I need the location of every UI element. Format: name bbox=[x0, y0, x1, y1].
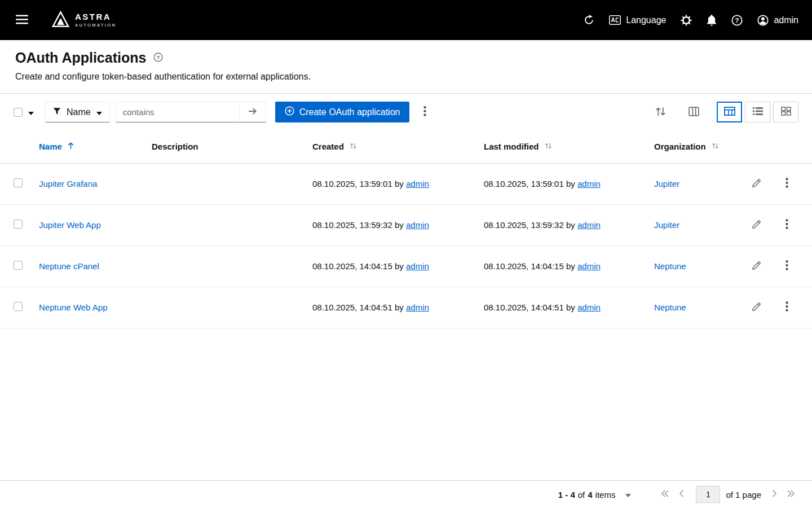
nav-menu-toggle-button[interactable] bbox=[14, 11, 30, 29]
row-checkbox[interactable] bbox=[14, 302, 23, 311]
modified-by-link[interactable]: admin bbox=[577, 261, 601, 271]
table-row: Neptune Web App 08.10.2025, 14:04:51 by … bbox=[0, 287, 812, 328]
toolbar-kebab-button[interactable] bbox=[418, 102, 431, 122]
logo-mark-icon bbox=[52, 11, 69, 29]
create-button-label: Create OAuth application bbox=[299, 107, 400, 117]
settings-button[interactable] bbox=[681, 12, 692, 28]
refresh-button[interactable] bbox=[584, 12, 594, 28]
edit-application-button[interactable] bbox=[747, 174, 766, 194]
description-cell bbox=[138, 246, 299, 287]
page-subtitle: Create and configure token-based authent… bbox=[15, 72, 798, 82]
description-cell bbox=[138, 287, 299, 328]
user-menu-button[interactable]: admin bbox=[757, 12, 798, 28]
modified-by-link[interactable]: admin bbox=[577, 179, 601, 189]
modified-by-link[interactable]: admin bbox=[577, 303, 601, 312]
organization-link[interactable]: Neptune bbox=[654, 303, 686, 312]
table-row: Jupiter Grafana 08.10.2025, 13:59:01 by … bbox=[0, 163, 812, 204]
oauth-applications-table: Name Description Created Last modified bbox=[0, 130, 812, 329]
pencil-icon bbox=[752, 261, 761, 272]
row-kebab-button[interactable] bbox=[780, 215, 793, 235]
pencil-icon bbox=[752, 220, 761, 231]
next-page-button[interactable] bbox=[767, 487, 782, 502]
create-oauth-application-button[interactable]: Create OAuth application bbox=[275, 102, 410, 122]
sortable-icon bbox=[712, 142, 719, 151]
current-page-input[interactable] bbox=[696, 486, 720, 503]
header-checkbox-cell bbox=[0, 130, 25, 163]
previous-page-button[interactable] bbox=[674, 487, 689, 502]
created-by-link[interactable]: admin bbox=[406, 261, 429, 271]
list-view-icon bbox=[753, 107, 763, 117]
sort-by-organization-header[interactable]: Organization bbox=[654, 142, 719, 151]
modified-by-link[interactable]: admin bbox=[577, 220, 601, 230]
bulk-select-toggle[interactable] bbox=[14, 104, 36, 120]
svg-text:?: ? bbox=[735, 17, 739, 24]
edit-application-button[interactable] bbox=[747, 216, 766, 235]
manage-columns-button[interactable] bbox=[683, 103, 704, 122]
astra-automation-logo[interactable]: ASTRA AUTOMATION bbox=[52, 11, 116, 29]
application-name-link[interactable]: Jupiter Web App bbox=[39, 220, 101, 230]
search-submit-button[interactable] bbox=[240, 102, 266, 122]
bulk-select-checkbox[interactable] bbox=[14, 108, 23, 117]
table-view-toggle[interactable] bbox=[717, 102, 742, 122]
columns-icon bbox=[689, 107, 699, 118]
by-label: by bbox=[395, 220, 404, 230]
page-help-button[interactable]: ? bbox=[152, 51, 164, 65]
last-page-button[interactable] bbox=[782, 487, 800, 502]
sort-by-name-header[interactable]: Name bbox=[39, 142, 74, 151]
language-menu-button[interactable]: A Language bbox=[609, 13, 666, 28]
row-kebab-button[interactable] bbox=[780, 174, 793, 194]
toolbar: Name Create OAuth application bbox=[0, 94, 812, 130]
bell-icon bbox=[707, 15, 717, 26]
by-label: by bbox=[566, 220, 575, 230]
application-name-link[interactable]: Neptune Web App bbox=[39, 303, 107, 312]
kebab-icon bbox=[785, 301, 788, 313]
sort-by-created-header[interactable]: Created bbox=[312, 142, 357, 151]
sort-ascending-icon bbox=[68, 142, 74, 151]
created-by-link[interactable]: admin bbox=[406, 303, 429, 312]
language-icon: A bbox=[609, 15, 621, 25]
organization-link[interactable]: Neptune bbox=[654, 261, 686, 271]
help-button[interactable]: ? bbox=[731, 12, 743, 28]
user-icon bbox=[757, 15, 769, 26]
sortable-icon bbox=[350, 142, 357, 151]
edit-application-button[interactable] bbox=[747, 298, 766, 317]
pencil-icon bbox=[752, 178, 761, 190]
application-name-link[interactable]: Jupiter Grafana bbox=[39, 179, 97, 189]
row-kebab-button[interactable] bbox=[780, 297, 793, 317]
sort-options-button[interactable] bbox=[650, 103, 671, 122]
card-view-toggle[interactable] bbox=[773, 102, 798, 122]
actions-header-cell bbox=[780, 130, 812, 163]
row-checkbox[interactable] bbox=[14, 178, 23, 187]
organization-link[interactable]: Jupiter bbox=[654, 179, 679, 189]
search-group bbox=[116, 102, 266, 122]
by-label: by bbox=[395, 261, 404, 271]
gear-icon bbox=[681, 15, 692, 26]
application-name-link[interactable]: Neptune cPanel bbox=[39, 261, 99, 271]
refresh-icon bbox=[584, 15, 594, 25]
created-by-link[interactable]: admin bbox=[406, 220, 429, 230]
double-angle-right-icon bbox=[787, 490, 795, 499]
page-header: OAuth Applications ? Create and configur… bbox=[0, 40, 812, 94]
row-checkbox[interactable] bbox=[14, 261, 23, 270]
description-cell bbox=[138, 163, 299, 204]
search-input[interactable] bbox=[116, 102, 240, 122]
filter-attribute-toggle[interactable]: Name bbox=[45, 102, 110, 122]
pagination-footer: 1 - 4 of 4 items of 1 page bbox=[0, 480, 812, 508]
per-page-menu-toggle[interactable] bbox=[621, 488, 635, 502]
edit-header-cell bbox=[747, 130, 780, 163]
edit-application-button[interactable] bbox=[747, 257, 766, 276]
row-kebab-button[interactable] bbox=[780, 256, 793, 276]
created-by-link[interactable]: admin bbox=[406, 179, 429, 189]
table-header-row: Name Description Created Last modified bbox=[0, 130, 812, 163]
card-view-icon bbox=[781, 107, 791, 117]
notifications-button[interactable] bbox=[707, 12, 717, 28]
organization-link[interactable]: Jupiter bbox=[654, 220, 679, 230]
main-content: Name Description Created Last modified bbox=[0, 130, 812, 480]
sort-by-modified-header[interactable]: Last modified bbox=[484, 142, 552, 151]
first-page-button[interactable] bbox=[656, 487, 674, 502]
toolbar-right-group bbox=[650, 102, 798, 122]
total-items: 4 bbox=[588, 490, 592, 500]
row-checkbox[interactable] bbox=[14, 220, 23, 229]
list-view-toggle[interactable] bbox=[745, 102, 770, 122]
arrow-right-icon bbox=[248, 107, 257, 117]
